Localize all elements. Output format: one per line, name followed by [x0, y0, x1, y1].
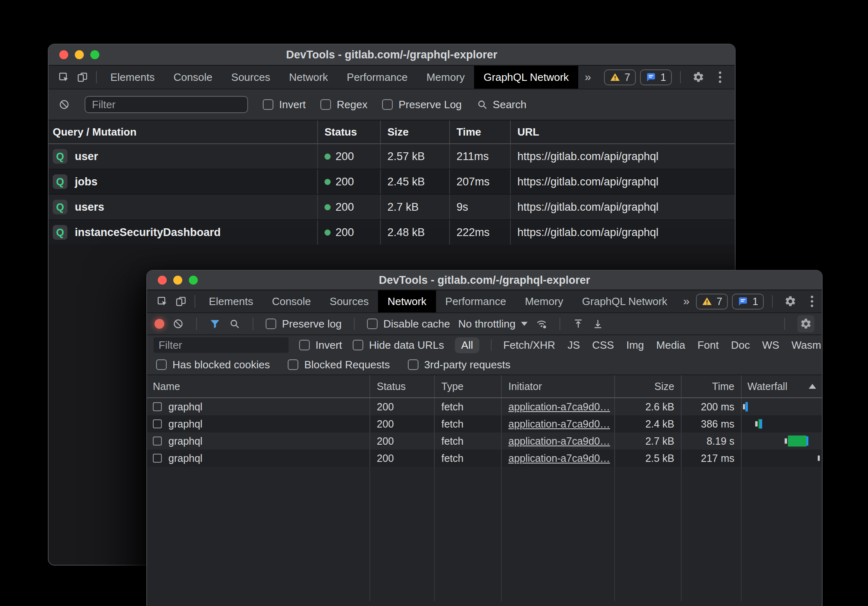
- graphql-request-row[interactable]: QinstanceSecurityDashboard 200 2.48 kB 2…: [49, 220, 735, 245]
- settings-gear-icon[interactable]: [689, 68, 708, 86]
- column-header-url[interactable]: URL: [511, 120, 735, 143]
- network-request-row[interactable]: graphql 200 fetch application-a7ca9d0… 2…: [147, 450, 822, 467]
- tab-elements[interactable]: Elements: [101, 66, 164, 89]
- network-settings-button[interactable]: [797, 315, 814, 332]
- record-button[interactable]: [154, 319, 164, 329]
- kebab-menu-icon[interactable]: [712, 68, 728, 86]
- invert-checkbox[interactable]: [263, 99, 273, 110]
- search-toggle[interactable]: Search: [477, 98, 526, 111]
- export-har-icon[interactable]: [592, 318, 604, 330]
- tab-network[interactable]: Network: [280, 66, 337, 89]
- warnings-badge[interactable]: 7: [604, 69, 636, 85]
- zoom-button[interactable]: [189, 276, 198, 285]
- more-tabs-icon[interactable]: »: [677, 295, 696, 308]
- column-header-time[interactable]: Time: [682, 375, 742, 397]
- tab-console[interactable]: Console: [262, 290, 320, 312]
- filter-chip-js[interactable]: JS: [568, 339, 580, 352]
- tab-performance[interactable]: Performance: [338, 66, 417, 89]
- filter-funnel-icon[interactable]: [209, 318, 221, 330]
- tab-network[interactable]: Network: [378, 290, 436, 312]
- initiator-link[interactable]: application-a7ca9d0…: [508, 452, 610, 464]
- inspect-icon[interactable]: [153, 292, 172, 310]
- search-icon[interactable]: [229, 318, 240, 330]
- tab-memory[interactable]: Memory: [515, 290, 573, 312]
- third-party-requests-checkbox-group[interactable]: 3rd-party requests: [408, 359, 510, 371]
- disable-cache-checkbox-group[interactable]: Disable cache: [367, 318, 450, 330]
- hide-data-urls-checkbox-group[interactable]: Hide data URLs: [353, 339, 444, 352]
- tab-sources[interactable]: Sources: [222, 66, 280, 89]
- column-header-type[interactable]: Type: [435, 375, 502, 397]
- blocked-requests-checkbox-group[interactable]: Blocked Requests: [288, 359, 390, 371]
- graphql-request-row[interactable]: Qusers 200 2.7 kB 9s https://gitlab.com/…: [49, 195, 735, 220]
- column-header-time[interactable]: Time: [450, 120, 511, 143]
- regex-checkbox[interactable]: [320, 99, 331, 110]
- column-header-size[interactable]: Size: [615, 375, 682, 397]
- import-har-icon[interactable]: [573, 318, 584, 330]
- invert-checkbox-group[interactable]: Invert: [263, 98, 306, 111]
- more-tabs-icon[interactable]: »: [578, 71, 598, 84]
- invert-checkbox[interactable]: [299, 340, 310, 350]
- network-request-row[interactable]: graphql 200 fetch application-a7ca9d0… 2…: [147, 398, 822, 415]
- device-toolbar-icon[interactable]: [73, 68, 92, 86]
- tab-sources[interactable]: Sources: [320, 290, 378, 312]
- invert-checkbox-group[interactable]: Invert: [299, 339, 342, 352]
- row-checkbox[interactable]: [153, 402, 162, 411]
- network-request-row[interactable]: graphql 200 fetch application-a7ca9d0… 2…: [147, 432, 822, 450]
- filter-chip-fetch-xhr[interactable]: Fetch/XHR: [503, 339, 555, 352]
- row-checkbox[interactable]: [153, 437, 162, 446]
- issues-badge[interactable]: 1: [640, 69, 672, 85]
- filter-chip-media[interactable]: Media: [656, 339, 685, 352]
- column-header-query-mutation[interactable]: Query / Mutation: [49, 120, 318, 143]
- preserve-log-checkbox[interactable]: [266, 319, 276, 329]
- tab-performance[interactable]: Performance: [436, 290, 516, 312]
- hide-data-urls-checkbox[interactable]: [353, 340, 363, 350]
- tab-elements[interactable]: Elements: [199, 290, 262, 312]
- throttling-select[interactable]: No throttling: [458, 318, 528, 330]
- initiator-link[interactable]: application-a7ca9d0…: [508, 401, 610, 413]
- filter-input[interactable]: Filter: [154, 337, 289, 353]
- filter-chip-all[interactable]: All: [455, 337, 480, 353]
- regex-checkbox-group[interactable]: Regex: [320, 98, 367, 111]
- filter-chip-wasm[interactable]: Wasm: [792, 339, 821, 352]
- blocked-requests-checkbox[interactable]: [288, 359, 298, 370]
- filter-chip-css[interactable]: CSS: [592, 339, 614, 352]
- has-blocked-cookies-checkbox[interactable]: [156, 359, 167, 370]
- row-checkbox[interactable]: [153, 454, 162, 463]
- filter-chip-ws[interactable]: WS: [762, 339, 779, 352]
- clear-icon[interactable]: [58, 99, 70, 110]
- close-button[interactable]: [59, 50, 68, 59]
- tab-memory[interactable]: Memory: [417, 66, 474, 89]
- warnings-badge[interactable]: 7: [696, 294, 728, 310]
- row-checkbox[interactable]: [153, 419, 162, 428]
- initiator-link[interactable]: application-a7ca9d0…: [508, 435, 610, 447]
- settings-gear-icon[interactable]: [781, 292, 800, 310]
- filter-chip-img[interactable]: Img: [626, 339, 644, 352]
- network-request-row[interactable]: graphql 200 fetch application-a7ca9d0… 2…: [147, 415, 822, 432]
- has-blocked-cookies-checkbox-group[interactable]: Has blocked cookies: [156, 359, 270, 371]
- column-header-name[interactable]: Name: [147, 375, 370, 397]
- network-conditions-icon[interactable]: [536, 318, 547, 330]
- preserve-log-checkbox-group[interactable]: Preserve log: [266, 318, 342, 330]
- disable-cache-checkbox[interactable]: [367, 319, 378, 329]
- column-header-initiator[interactable]: Initiator: [502, 375, 615, 397]
- minimize-button[interactable]: [75, 50, 84, 59]
- tab-console[interactable]: Console: [164, 66, 221, 89]
- kebab-menu-icon[interactable]: [804, 292, 820, 310]
- close-button[interactable]: [158, 276, 167, 285]
- minimize-button[interactable]: [173, 276, 182, 285]
- third-party-requests-checkbox[interactable]: [408, 359, 418, 370]
- column-header-size[interactable]: Size: [381, 120, 450, 143]
- column-header-waterfall[interactable]: Waterfall: [742, 375, 822, 397]
- preserve-log-checkbox[interactable]: [382, 99, 393, 110]
- column-header-status[interactable]: Status: [318, 120, 381, 143]
- column-header-status[interactable]: Status: [370, 375, 435, 397]
- preserve-log-checkbox-group[interactable]: Preserve Log: [382, 98, 462, 111]
- graphql-request-row[interactable]: Qjobs 200 2.45 kB 207ms https://gitlab.c…: [49, 169, 735, 195]
- zoom-button[interactable]: [90, 50, 99, 59]
- inspect-icon[interactable]: [54, 68, 73, 86]
- graphql-request-row[interactable]: Quser 200 2.57 kB 211ms https://gitlab.c…: [49, 144, 735, 169]
- clear-icon[interactable]: [172, 318, 184, 330]
- tab-graphql-network[interactable]: GraphQL Network: [474, 66, 578, 89]
- initiator-link[interactable]: application-a7ca9d0…: [508, 418, 610, 430]
- issues-badge[interactable]: 1: [732, 294, 764, 310]
